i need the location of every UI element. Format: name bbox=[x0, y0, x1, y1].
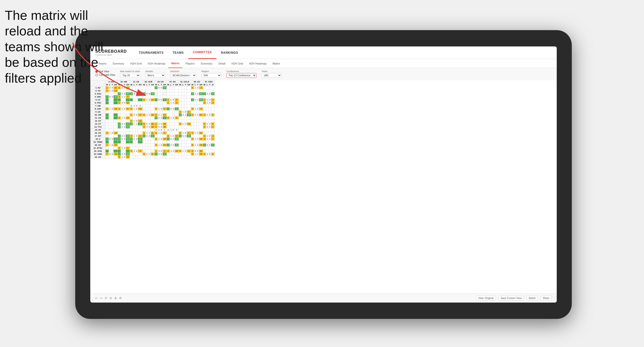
cell-16-4-w bbox=[154, 135, 158, 138]
team-label: Team bbox=[262, 70, 282, 73]
sub-nav-summary2[interactable]: Summary bbox=[198, 59, 215, 68]
row-label-22: 23. UNM bbox=[91, 153, 106, 156]
cell-16-3-d: 11 bbox=[150, 135, 154, 138]
cell-1-6-w bbox=[179, 89, 182, 92]
cell-7-1-l: 2 bbox=[121, 107, 123, 110]
view-original-btn[interactable]: View: Original bbox=[476, 296, 496, 301]
undo-icon[interactable]: ↩ bbox=[95, 297, 98, 300]
cell-22-5-t bbox=[172, 153, 175, 156]
cell-15-1-d bbox=[126, 132, 130, 135]
cell-17-2-l: 0 bbox=[133, 138, 135, 141]
team-select[interactable]: (All) bbox=[262, 73, 282, 78]
cell-21-3-d bbox=[150, 150, 154, 153]
cell-2-5-l bbox=[170, 92, 172, 95]
cell-23-0-d bbox=[114, 156, 118, 159]
nav-teams[interactable]: TEAMS bbox=[168, 46, 188, 59]
cell-23-5-l bbox=[170, 156, 172, 159]
refresh-icon[interactable]: ⟳ bbox=[105, 297, 107, 300]
cell-22-4-w: 1 bbox=[154, 153, 158, 156]
save-custom-btn[interactable]: Save Custom View bbox=[498, 296, 524, 301]
cell-18-8-t bbox=[209, 141, 211, 144]
row-label-11: 12. UV bbox=[91, 120, 106, 123]
sub-nav-matrix[interactable]: Matrix bbox=[168, 59, 182, 68]
region-select[interactable]: N/A East West bbox=[201, 73, 221, 78]
cell-3-4-l bbox=[158, 95, 160, 98]
cell-10-6-t bbox=[184, 117, 187, 120]
nav-committee[interactable]: COMMITTEE bbox=[188, 46, 217, 59]
cell-10-0-w bbox=[106, 117, 109, 120]
cell-9-3-l: 1 bbox=[146, 113, 148, 117]
sub-nav-detail[interactable]: Detail bbox=[215, 59, 228, 68]
cell-2-8-d: 11 bbox=[211, 92, 214, 95]
col-31ucla: 31. UCLA bbox=[179, 80, 191, 83]
cell-16-7-d bbox=[199, 135, 203, 138]
cell-15-2-d bbox=[138, 132, 142, 135]
conference-select[interactable]: Pac-12 Conference (All) bbox=[226, 73, 257, 78]
cell-11-6-w bbox=[179, 120, 182, 123]
cell-23-4-t bbox=[160, 156, 163, 159]
cell-17-2-d: 11 bbox=[138, 138, 142, 141]
division-select[interactable]: NCAA Division I NCAA Division II bbox=[170, 73, 196, 78]
cell-18-7-d bbox=[199, 141, 203, 144]
cell-1-5-l bbox=[170, 89, 172, 92]
nav-rankings[interactable]: RANKINGS bbox=[216, 46, 243, 59]
cell-19-6-l bbox=[182, 144, 184, 147]
zoom-out-icon[interactable]: ⊖ bbox=[110, 297, 112, 300]
cell-20-2-d bbox=[138, 147, 142, 150]
cell-13-6-t bbox=[184, 126, 187, 129]
watch-btn[interactable]: Watch bbox=[526, 296, 538, 301]
cell-18-2-t bbox=[135, 141, 138, 144]
cell-0-7-d: -5 bbox=[199, 86, 203, 89]
sub-nav-h2h-heatmap2[interactable]: H2H Heatmap bbox=[246, 59, 270, 68]
cell-11-4-w bbox=[154, 120, 158, 123]
settings-icon[interactable]: ⚙ bbox=[119, 297, 122, 300]
cell-13-4-w: 1 bbox=[154, 126, 158, 129]
cell-17-1-w: 1 bbox=[118, 138, 121, 141]
cell-10-8-l bbox=[206, 117, 209, 120]
cell-5-4-t bbox=[160, 101, 163, 104]
cell-13-4-t: 0 bbox=[160, 126, 163, 129]
cell-6-5-l bbox=[170, 104, 172, 107]
redo-icon[interactable]: ↪ bbox=[100, 297, 102, 300]
cell-15-0-d: -14 bbox=[114, 132, 118, 135]
sub-nav-h2h-grid2[interactable]: H2H Grid bbox=[228, 59, 246, 68]
sub-nav-matrix2[interactable]: Matrix bbox=[270, 59, 283, 68]
cell-9-4-d: 72 bbox=[163, 113, 167, 117]
cell-6-4-t bbox=[160, 104, 163, 107]
cell-5-8-w: 0 bbox=[203, 101, 206, 104]
cell-18-8-l bbox=[206, 141, 209, 144]
cell-3-6-l bbox=[182, 95, 184, 98]
cell-22-6-w bbox=[179, 153, 182, 156]
cell-23-1-w: 0 bbox=[118, 156, 121, 159]
cell-5-0-w bbox=[106, 101, 109, 104]
cell-0-5-t bbox=[172, 86, 175, 89]
zoom-in-icon[interactable]: ⊕ bbox=[114, 297, 117, 300]
cell-0-8-w bbox=[203, 86, 206, 89]
cell-16-2-t: 0 bbox=[135, 135, 138, 138]
cell-0-7-t: 0 bbox=[197, 86, 199, 89]
cell-1-8-d bbox=[211, 89, 214, 92]
cell-11-5-t bbox=[172, 120, 175, 123]
cell-19-4-l: 1 bbox=[158, 144, 160, 147]
cell-18-3-w bbox=[142, 141, 146, 144]
cell-2-4-l bbox=[158, 92, 160, 95]
cell-8-8-t bbox=[209, 110, 211, 113]
cell-11-3-d bbox=[150, 120, 154, 123]
cell-17-6-w bbox=[179, 138, 182, 141]
cell-0-5-l bbox=[170, 86, 172, 89]
cell-23-1-d: 29 bbox=[126, 156, 130, 159]
sub-nav-players[interactable]: Players bbox=[182, 59, 198, 68]
cell-9-1-t bbox=[123, 113, 126, 117]
matrix-container[interactable]: 3. ASU 10. UW 11. UA 22. UCB 24. UO 27. … bbox=[90, 80, 557, 294]
cell-15-3-d: 0 bbox=[150, 132, 154, 135]
cell-22-6-l bbox=[182, 153, 184, 156]
cell-21-8-l bbox=[206, 150, 209, 153]
cell-12-2-d: 22 bbox=[138, 123, 142, 126]
cell-19-1-l bbox=[121, 144, 123, 147]
cell-3-6-d bbox=[187, 95, 191, 98]
cell-8-2-w bbox=[130, 110, 133, 113]
cell-18-2-d bbox=[138, 141, 142, 144]
cell-16-4-l bbox=[158, 135, 160, 138]
share-btn[interactable]: Share bbox=[540, 296, 552, 301]
row-label-6: 7. UM bbox=[91, 104, 106, 107]
